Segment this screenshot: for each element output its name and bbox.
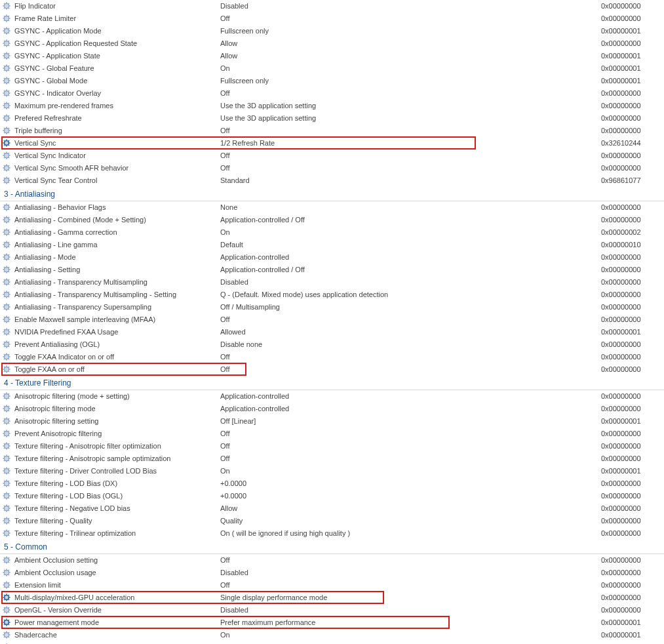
setting-value[interactable]: Off / Multisampling (220, 303, 601, 311)
setting-row[interactable]: Antialiasing - Combined (Mode + Setting)… (0, 214, 664, 226)
setting-value[interactable]: Application-controlled (220, 405, 601, 413)
setting-value[interactable]: Standard (220, 176, 601, 184)
setting-row[interactable]: Vertical Sync Tear ControlStandard0x9686… (0, 174, 664, 187)
setting-row[interactable]: Antialiasing - Transparency Multisamplin… (0, 289, 664, 301)
setting-row[interactable]: GSYNC - Application ModeFullscreen only0… (0, 25, 664, 37)
setting-value[interactable]: Application-controlled / Off (220, 216, 601, 224)
setting-value[interactable]: Allow (220, 504, 601, 512)
setting-value[interactable]: Use the 3D application setting (220, 114, 601, 122)
section-header[interactable]: 5 - Common (0, 540, 664, 554)
setting-value[interactable]: Off (220, 89, 601, 97)
setting-row[interactable]: Texture filtering - Driver Controlled LO… (0, 465, 664, 477)
setting-value[interactable]: On (220, 64, 601, 72)
section-header[interactable]: 4 - Texture Filtering (0, 376, 664, 390)
setting-row[interactable]: Prevent Anisotropic filteringOff0x000000… (0, 428, 664, 440)
setting-value[interactable]: Application-controlled / Off (220, 266, 601, 273)
setting-row[interactable]: Multi-display/mixed-GPU accelerationSing… (0, 592, 664, 604)
setting-row[interactable]: ShadercacheOn0x00000001 (0, 629, 664, 641)
setting-value[interactable]: Off (220, 151, 601, 159)
setting-row[interactable]: GSYNC - Indicator OverlayOff0x00000000 (0, 87, 664, 100)
setting-row[interactable]: Antialiasing - ModeApplication-controlle… (0, 251, 664, 264)
setting-value[interactable]: On (220, 228, 601, 236)
setting-row[interactable]: Show PhysX Visual IndicatorOff0x34534064 (0, 641, 664, 644)
setting-row[interactable]: Texture filtering - Negative LOD biasAll… (0, 502, 664, 515)
setting-value[interactable]: Allow (220, 39, 601, 47)
setting-row[interactable]: Vertical Sync1/2 Refresh Rate0x32610244 (0, 137, 664, 150)
setting-value[interactable]: Q - (Default. Mixed mode) uses applicati… (220, 291, 601, 298)
setting-row[interactable]: GSYNC - Application StateAllow0x00000001 (0, 50, 664, 62)
setting-value[interactable]: Allow (220, 52, 601, 60)
setting-value[interactable]: On ( will be ignored if using high quali… (220, 529, 601, 537)
setting-value[interactable]: Quality (220, 517, 601, 525)
setting-row[interactable]: Anisotropic filtering (mode + setting)Ap… (0, 390, 664, 403)
setting-row[interactable]: Antialiasing - Behavior FlagsNone0x00000… (0, 201, 664, 214)
setting-row[interactable]: Texture filtering - LOD Bias (DX)+0.0000… (0, 477, 664, 490)
setting-row[interactable]: Enable Maxwell sample interleaving (MFAA… (0, 313, 664, 326)
setting-row[interactable]: NVIDIA Predefined FXAA UsageAllowed0x000… (0, 326, 664, 338)
setting-row[interactable]: Frame Rate LimiterOff0x00000000 (0, 12, 664, 25)
setting-value[interactable]: Fullscreen only (220, 27, 601, 35)
setting-value[interactable]: Application-controlled (220, 392, 601, 400)
setting-value[interactable]: On (220, 467, 601, 475)
setting-value[interactable]: Application-controlled (220, 253, 601, 261)
setting-row[interactable]: Toggle FXAA Indicator on or offOff0x0000… (0, 351, 664, 363)
setting-row[interactable]: Antialiasing - Line gammaDefault0x000000… (0, 239, 664, 251)
setting-value[interactable]: Off (220, 430, 601, 437)
setting-row[interactable]: Texture filtering - Anisotropic filter o… (0, 440, 664, 453)
setting-value[interactable]: Off (220, 353, 601, 361)
setting-row[interactable]: Antialiasing - Transparency Multisamplin… (0, 276, 664, 289)
setting-row[interactable]: Prefered RefreshrateUse the 3D applicati… (0, 112, 664, 125)
setting-row[interactable]: Extension limitOff0x00000000 (0, 579, 664, 592)
setting-value[interactable]: Off (220, 127, 601, 134)
setting-row[interactable]: GSYNC - Global FeatureOn0x00000001 (0, 62, 664, 75)
setting-value[interactable]: 1/2 Refresh Rate (220, 139, 601, 147)
setting-value[interactable]: Prefer maximum performance (220, 618, 601, 626)
setting-row[interactable]: Antialiasing - Transparency Supersamplin… (0, 301, 664, 313)
setting-row[interactable]: GSYNC - Global ModeFullscreen only0x0000… (0, 75, 664, 87)
setting-value[interactable]: Default (220, 241, 601, 249)
setting-row[interactable]: Texture filtering - Trilinear optimizati… (0, 527, 664, 540)
setting-row[interactable]: Prevent Antialiasing (OGL)Disable none0x… (0, 338, 664, 351)
setting-row[interactable]: Texture filtering - Anisotropic sample o… (0, 453, 664, 465)
setting-row[interactable]: Anisotropic filtering settingOff [Linear… (0, 415, 664, 428)
setting-value[interactable]: Disabled (220, 2, 601, 10)
setting-row[interactable]: OpenGL - Version OverrideDisabled0x00000… (0, 604, 664, 616)
setting-row[interactable]: Ambient Occlusion settingOff0x00000000 (0, 554, 664, 567)
setting-row[interactable]: GSYNC - Application Requested StateAllow… (0, 37, 664, 50)
setting-value[interactable]: Fullscreen only (220, 77, 601, 85)
setting-row[interactable]: Ambient Occlusion usageDisabled0x0000000… (0, 567, 664, 579)
setting-row[interactable]: Power management modePrefer maximum perf… (0, 616, 664, 629)
setting-value[interactable]: Off (220, 442, 601, 450)
setting-value[interactable]: Off [Linear] (220, 417, 601, 425)
setting-value[interactable]: On (220, 631, 601, 639)
setting-value[interactable]: Single display performance mode (220, 594, 601, 601)
setting-value[interactable]: Off (220, 556, 601, 564)
setting-value[interactable]: Disabled (220, 606, 601, 614)
setting-value[interactable]: Off (220, 454, 601, 462)
setting-row[interactable]: Vertical Sync IndicatorOff0x00000000 (0, 150, 664, 162)
setting-value[interactable]: Use the 3D application setting (220, 102, 601, 110)
setting-row[interactable]: Maximum pre-rendered framesUse the 3D ap… (0, 100, 664, 112)
setting-row[interactable]: Anisotropic filtering modeApplication-co… (0, 403, 664, 415)
setting-value[interactable]: Disable none (220, 340, 601, 348)
setting-value[interactable]: Off (220, 581, 601, 589)
setting-value[interactable]: Off (220, 164, 601, 172)
setting-value[interactable]: +0.0000 (220, 479, 601, 487)
setting-row[interactable]: Toggle FXAA on or offOff0x00000000 (0, 363, 664, 376)
setting-value[interactable]: Disabled (220, 278, 601, 286)
setting-row[interactable]: Texture filtering - LOD Bias (OGL)+0.000… (0, 490, 664, 502)
setting-value[interactable]: Allowed (220, 328, 601, 336)
setting-value[interactable]: Off (220, 365, 601, 373)
setting-value[interactable]: +0.0000 (220, 492, 601, 500)
setting-value[interactable]: Off (220, 14, 601, 22)
setting-row[interactable]: Texture filtering - QualityQuality0x0000… (0, 515, 664, 527)
setting-row[interactable]: Antialiasing - SettingApplication-contro… (0, 264, 664, 276)
setting-value[interactable]: None (220, 203, 601, 211)
setting-value[interactable]: Off (220, 315, 601, 323)
setting-row[interactable]: Antialiasing - Gamma correctionOn0x00000… (0, 226, 664, 239)
setting-row[interactable]: Flip IndicatorDisabled0x00000000 (0, 0, 664, 12)
setting-row[interactable]: Triple bufferingOff0x00000000 (0, 125, 664, 137)
setting-row[interactable]: Vertical Sync Smooth AFR behaviorOff0x00… (0, 162, 664, 174)
section-header[interactable]: 3 - Antialiasing (0, 187, 664, 201)
setting-value[interactable]: Disabled (220, 569, 601, 576)
